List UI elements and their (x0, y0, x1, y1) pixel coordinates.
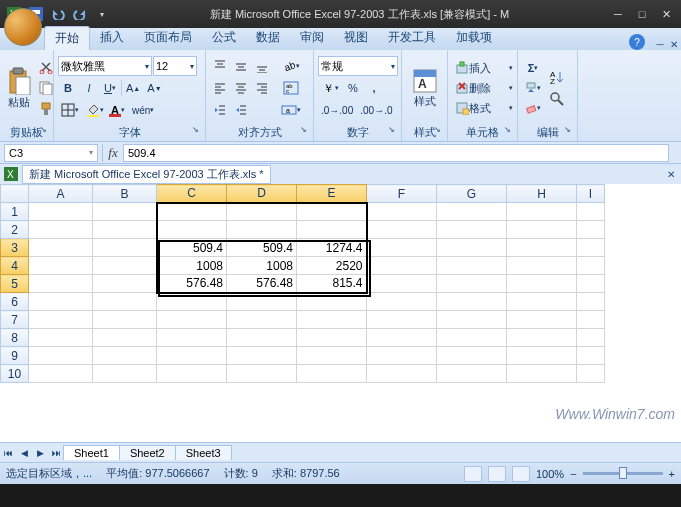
number-format-combo[interactable]: 常规▾ (318, 56, 398, 76)
undo-icon[interactable] (48, 4, 68, 24)
cell-I7[interactable] (577, 311, 605, 329)
cell-D3[interactable]: 509.4 (227, 239, 297, 257)
cell-F5[interactable] (367, 275, 437, 293)
minimize-button[interactable]: ─ (607, 6, 629, 22)
font-color-button[interactable]: A▾ (108, 100, 128, 120)
cell-G9[interactable] (437, 347, 507, 365)
paste-button[interactable]: 粘贴 (4, 52, 34, 124)
row-header-9[interactable]: 9 (1, 347, 29, 365)
underline-button[interactable]: U▾ (100, 78, 120, 98)
col-header-H[interactable]: H (507, 185, 577, 203)
col-header-F[interactable]: F (367, 185, 437, 203)
view-normal-button[interactable] (464, 466, 482, 482)
cell-G10[interactable] (437, 365, 507, 383)
cell-G1[interactable] (437, 203, 507, 221)
col-header-I[interactable]: I (577, 185, 605, 203)
cell-A3[interactable] (29, 239, 93, 257)
clear-button[interactable]: ▾ (522, 98, 544, 118)
cell-D4[interactable]: 1008 (227, 257, 297, 275)
sheet-nav-next[interactable]: ▶ (32, 445, 48, 461)
fill-button[interactable]: ▾ (522, 78, 544, 98)
col-header-G[interactable]: G (437, 185, 507, 203)
close-workbook-icon[interactable]: ✕ (667, 39, 681, 50)
cell-H4[interactable] (507, 257, 577, 275)
cell-E4[interactable]: 2520 (297, 257, 367, 275)
italic-button[interactable]: I (79, 78, 99, 98)
formula-bar[interactable]: 509.4 (123, 144, 669, 162)
cell-B10[interactable] (93, 365, 157, 383)
cell-I9[interactable] (577, 347, 605, 365)
cell-H10[interactable] (507, 365, 577, 383)
cell-C4[interactable]: 1008 (157, 257, 227, 275)
cell-D8[interactable] (227, 329, 297, 347)
cell-E1[interactable] (297, 203, 367, 221)
row-header-6[interactable]: 6 (1, 293, 29, 311)
autosum-button[interactable]: Σ▾ (522, 58, 544, 78)
bold-button[interactable]: B (58, 78, 78, 98)
align-left-button[interactable] (210, 78, 230, 98)
qat-customize-icon[interactable]: ▾ (92, 4, 112, 24)
cell-I8[interactable] (577, 329, 605, 347)
cell-A5[interactable] (29, 275, 93, 293)
cell-F8[interactable] (367, 329, 437, 347)
orientation-button[interactable]: ab▾ (278, 56, 304, 76)
cell-C8[interactable] (157, 329, 227, 347)
cut-button[interactable] (36, 57, 56, 77)
fill-color-button[interactable]: ▾ (83, 100, 107, 120)
cell-G7[interactable] (437, 311, 507, 329)
cell-I1[interactable] (577, 203, 605, 221)
col-header-D[interactable]: D (227, 185, 297, 203)
align-bottom-button[interactable] (252, 56, 272, 76)
cell-H7[interactable] (507, 311, 577, 329)
col-header-E[interactable]: E (297, 185, 367, 203)
cell-C6[interactable] (157, 293, 227, 311)
row-header-5[interactable]: 5 (1, 275, 29, 293)
cell-A10[interactable] (29, 365, 93, 383)
cell-H9[interactable] (507, 347, 577, 365)
cell-D1[interactable] (227, 203, 297, 221)
help-icon[interactable]: ? (629, 34, 645, 50)
office-button[interactable] (4, 8, 42, 46)
accounting-format-button[interactable]: ￥▾ (318, 78, 342, 98)
sheet-tab-Sheet2[interactable]: Sheet2 (119, 445, 176, 460)
cell-B3[interactable] (93, 239, 157, 257)
sheet-tab-Sheet1[interactable]: Sheet1 (63, 445, 120, 460)
merge-center-button[interactable]: a▾ (278, 100, 304, 120)
ribbon-tab-3[interactable]: 公式 (202, 26, 246, 50)
cell-I10[interactable] (577, 365, 605, 383)
cell-D5[interactable]: 576.48 (227, 275, 297, 293)
cell-C10[interactable] (157, 365, 227, 383)
cell-G4[interactable] (437, 257, 507, 275)
spreadsheet-grid[interactable]: ABCDEFGHI123509.4509.41274.4410081008252… (0, 184, 681, 442)
cell-I2[interactable] (577, 221, 605, 239)
cell-C2[interactable] (157, 221, 227, 239)
col-header-B[interactable]: B (93, 185, 157, 203)
cell-A2[interactable] (29, 221, 93, 239)
ribbon-tab-7[interactable]: 开发工具 (378, 26, 446, 50)
cell-I6[interactable] (577, 293, 605, 311)
row-header-8[interactable]: 8 (1, 329, 29, 347)
phonetic-button[interactable]: wén▾ (129, 100, 157, 120)
cell-B8[interactable] (93, 329, 157, 347)
cell-A9[interactable] (29, 347, 93, 365)
row-header-7[interactable]: 7 (1, 311, 29, 329)
view-layout-button[interactable] (488, 466, 506, 482)
cell-E6[interactable] (297, 293, 367, 311)
cell-A1[interactable] (29, 203, 93, 221)
cell-B4[interactable] (93, 257, 157, 275)
cell-B5[interactable] (93, 275, 157, 293)
cell-E5[interactable]: 815.4 (297, 275, 367, 293)
cell-F4[interactable] (367, 257, 437, 275)
percent-button[interactable]: % (343, 78, 363, 98)
insert-cells-button[interactable]: 插入▾ (452, 58, 516, 78)
cell-I3[interactable] (577, 239, 605, 257)
doc-tab-close-icon[interactable]: ✕ (667, 169, 675, 180)
cell-G3[interactable] (437, 239, 507, 257)
sheet-tab-Sheet3[interactable]: Sheet3 (175, 445, 232, 460)
cell-E8[interactable] (297, 329, 367, 347)
cell-A4[interactable] (29, 257, 93, 275)
cell-D7[interactable] (227, 311, 297, 329)
ribbon-tab-2[interactable]: 页面布局 (134, 26, 202, 50)
comma-button[interactable]: , (364, 78, 384, 98)
cell-B6[interactable] (93, 293, 157, 311)
